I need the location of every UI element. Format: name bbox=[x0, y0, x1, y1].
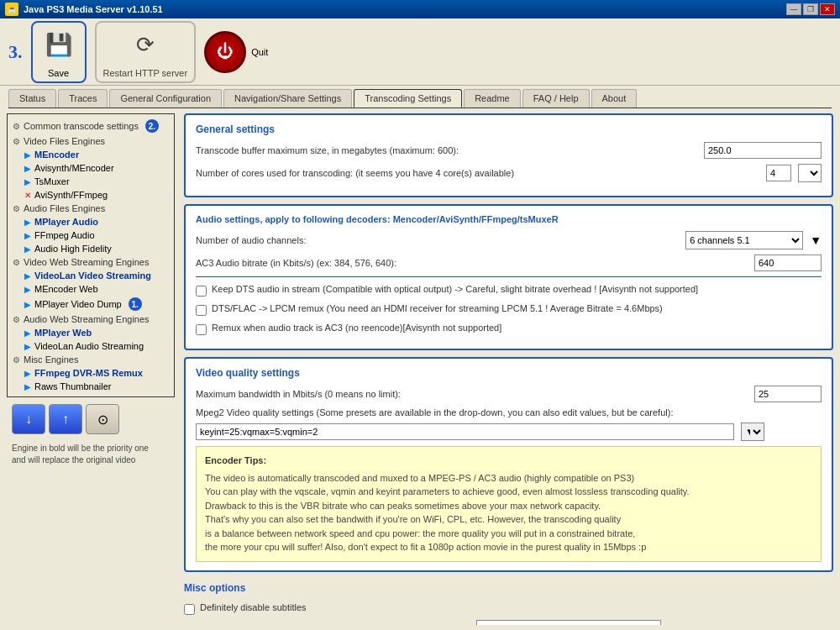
sidebar-item-videolan-video[interactable]: ▶ VideoLan Video Streaming bbox=[8, 269, 174, 282]
restart-button[interactable]: ⟳ Restart HTTP server bbox=[95, 21, 197, 83]
sidebar-item-mplayer-video[interactable]: ▶ MPlayer Video Dump 1. bbox=[8, 296, 174, 312]
sidebar-common-label: Common transcode settings bbox=[24, 121, 139, 131]
cores-input[interactable] bbox=[766, 165, 791, 181]
remux-checkbox[interactable] bbox=[196, 324, 207, 335]
sidebar-video-web-label: Video Web Streaming Engines bbox=[24, 257, 149, 267]
sidebar-note2: and will replace the original video bbox=[12, 455, 135, 465]
arrow-raws-thumb-icon: ▶ bbox=[24, 382, 31, 391]
ac3-input[interactable] bbox=[754, 255, 822, 271]
arrow-videolan-video-icon: ▶ bbox=[24, 271, 31, 281]
content-area: ⚙ Common transcode settings 2. ⚙ Video F… bbox=[0, 108, 840, 630]
quit-label: Quit bbox=[251, 47, 268, 57]
bandwidth-row: Maximum bandwidth in Mbits/s (0 means no… bbox=[196, 386, 822, 402]
lpcm-checkbox[interactable] bbox=[196, 305, 207, 316]
tab-nav-share[interactable]: Navigation/Share Settings bbox=[223, 89, 352, 108]
sidebar-item-mencoder[interactable]: ▶ MEncoder bbox=[8, 148, 174, 161]
sidebar-item-avisynth-mencoder[interactable]: ▶ Avisynth/MEncoder bbox=[8, 161, 174, 175]
sidebar-item-tsmuxer[interactable]: ▶ TsMuxer bbox=[8, 175, 174, 188]
cores-select[interactable] bbox=[798, 164, 822, 182]
audio-files-icon: ⚙ bbox=[13, 204, 20, 213]
sidebar-item-mplayer-web[interactable]: ▶ MPlayer Web bbox=[8, 326, 174, 339]
sidebar-mencoder-label: MEncoder bbox=[34, 150, 79, 160]
app-icon: ☕ bbox=[5, 3, 18, 16]
lpcm-label: DTS/FLAC -> LPCM remux (You need an HDMI… bbox=[212, 303, 663, 313]
quit-button[interactable]: ⏻ bbox=[204, 31, 246, 73]
disable-subs-row: Definitely disable subtitles bbox=[184, 601, 833, 617]
transcode-buffer-input[interactable] bbox=[704, 142, 822, 159]
save-icon: 💾 bbox=[39, 26, 78, 65]
sidebar-tsmuxer-label: TsMuxer bbox=[34, 176, 70, 186]
video-web-icon: ⚙ bbox=[13, 258, 20, 267]
skip-transcode-input[interactable] bbox=[476, 620, 661, 626]
mpeg2-value-row: ▼ bbox=[196, 423, 822, 441]
sidebar-ffmpeg-audio-label: FFmpeg Audio bbox=[34, 230, 95, 240]
sidebar-mplayer-audio-label: MPlayer Audio bbox=[34, 217, 98, 227]
sidebar-section-misc: ⚙ Misc Engines bbox=[8, 353, 174, 366]
sidebar-videolan-audio-label: VideoLan Audio Streaming bbox=[34, 341, 144, 351]
close-button[interactable]: ✕ bbox=[820, 3, 835, 15]
cores-row: Number of cores used for transcoding: (i… bbox=[196, 164, 822, 182]
window-controls: — ❐ ✕ bbox=[786, 3, 835, 15]
disable-subs-checkbox[interactable] bbox=[184, 604, 195, 615]
channels-select[interactable]: 6 channels 5.1 2 channels stereo bbox=[685, 231, 803, 249]
sidebar-item-mplayer-audio[interactable]: ▶ MPlayer Audio bbox=[8, 215, 174, 228]
sidebar-section-audio-files: ⚙ Audio Files Engines bbox=[8, 202, 174, 215]
sidebar-raws-thumb-label: Raws Thumbnailer bbox=[34, 381, 112, 391]
tab-transcoding[interactable]: Transcoding Settings bbox=[354, 89, 462, 108]
transcode-buffer-row: Transcode buffer maximum size, in megaby… bbox=[196, 142, 822, 159]
tab-about[interactable]: About bbox=[591, 89, 638, 108]
audio-settings-title: Audio settings, apply to following decod… bbox=[196, 214, 822, 224]
restore-button[interactable]: ❐ bbox=[803, 3, 818, 15]
restart-icon: ⟳ bbox=[126, 26, 165, 65]
minimize-button[interactable]: — bbox=[786, 3, 801, 15]
dts-checkbox[interactable] bbox=[196, 286, 207, 297]
arrow-mplayer-video-icon: ▶ bbox=[24, 300, 31, 309]
sidebar-nav-buttons: ↓ ↑ ⊙ bbox=[7, 397, 179, 441]
mpeg2-input[interactable] bbox=[196, 423, 734, 440]
general-settings-title: General settings bbox=[196, 123, 822, 135]
sidebar-section-common[interactable]: ⚙ Common transcode settings 2. bbox=[8, 118, 174, 134]
video-quality-box: Video quality settings Maximum bandwidth… bbox=[184, 357, 833, 572]
move-down-button[interactable]: ↓ bbox=[12, 404, 45, 434]
tab-status[interactable]: Status bbox=[8, 89, 56, 108]
title-bar: ☕ Java PS3 Media Server v1.10.51 — ❐ ✕ bbox=[0, 0, 840, 18]
save-button[interactable]: 💾 Save bbox=[31, 21, 87, 83]
tabs-bar: Status Traces General Configuration Navi… bbox=[0, 86, 840, 108]
sidebar-audio-hifi-label: Audio High Fidelity bbox=[34, 244, 112, 254]
arrow-videolan-audio-icon: ▶ bbox=[24, 342, 31, 351]
bandwidth-input[interactable] bbox=[754, 386, 822, 402]
tab-general-config[interactable]: General Configuration bbox=[109, 89, 222, 108]
sidebar-avisynth-mencoder-label: Avisynth/MEncoder bbox=[34, 163, 114, 173]
sidebar-item-ffmpeg-audio[interactable]: ▶ FFmpeg Audio bbox=[8, 228, 174, 242]
gear-icon: ⚙ bbox=[13, 122, 20, 131]
x-avisynth-ffmpeg-icon: ✕ bbox=[24, 191, 31, 200]
disable-subs-label: Definitely disable subtitles bbox=[200, 602, 307, 612]
dts-row: Keep DTS audio in stream (Compatible wit… bbox=[196, 282, 822, 298]
tab-faq[interactable]: FAQ / Help bbox=[522, 89, 590, 108]
video-quality-title: Video quality settings bbox=[196, 367, 822, 379]
sidebar-video-files-label: Video Files Engines bbox=[24, 136, 105, 146]
tab-readme[interactable]: Readme bbox=[464, 89, 521, 108]
tips-line6: the more your cpu will suffer! Also, don… bbox=[205, 540, 812, 554]
options-button[interactable]: ⊙ bbox=[86, 404, 119, 434]
step1-badge: 1. bbox=[129, 297, 142, 311]
channels-dropdown-icon[interactable]: ▼ bbox=[810, 234, 822, 247]
sidebar-audio-web-label: Audio Web Streaming Engines bbox=[24, 314, 150, 324]
sidebar-item-ffmpeg-dvr[interactable]: ▶ FFmpeg DVR-MS Remux bbox=[8, 366, 174, 380]
mpeg2-label: Mpeg2 Video quality settings (Some prese… bbox=[196, 407, 822, 417]
sidebar-item-avisynth-ffmpeg[interactable]: ✕ AviSynth/FFmpeg bbox=[8, 188, 174, 202]
arrow-tsmuxer-icon: ▶ bbox=[24, 177, 31, 186]
tab-traces[interactable]: Traces bbox=[58, 89, 108, 108]
sidebar-item-videolan-audio[interactable]: ▶ VideoLan Audio Streaming bbox=[8, 339, 174, 353]
step3-label: 3. bbox=[8, 41, 23, 63]
tips-line1: The video is automatically transcoded an… bbox=[205, 471, 812, 486]
sidebar-item-mencoder-web[interactable]: ▶ MEncoder Web bbox=[8, 282, 174, 296]
sidebar-item-audio-hifi[interactable]: ▶ Audio High Fidelity bbox=[8, 242, 174, 255]
sidebar-mplayer-web-label: MPlayer Web bbox=[34, 328, 92, 338]
move-up-button[interactable]: ↑ bbox=[49, 404, 82, 434]
arrow-ffmpeg-dvr-icon: ▶ bbox=[24, 369, 31, 378]
mpeg2-preset-select[interactable]: ▼ bbox=[741, 423, 764, 441]
sidebar-mplayer-video-label: MPlayer Video Dump bbox=[34, 299, 122, 309]
sidebar-item-raws-thumb[interactable]: ▶ Raws Thumbnailer bbox=[8, 380, 174, 393]
arrow-mencoder-icon: ▶ bbox=[24, 150, 31, 160]
